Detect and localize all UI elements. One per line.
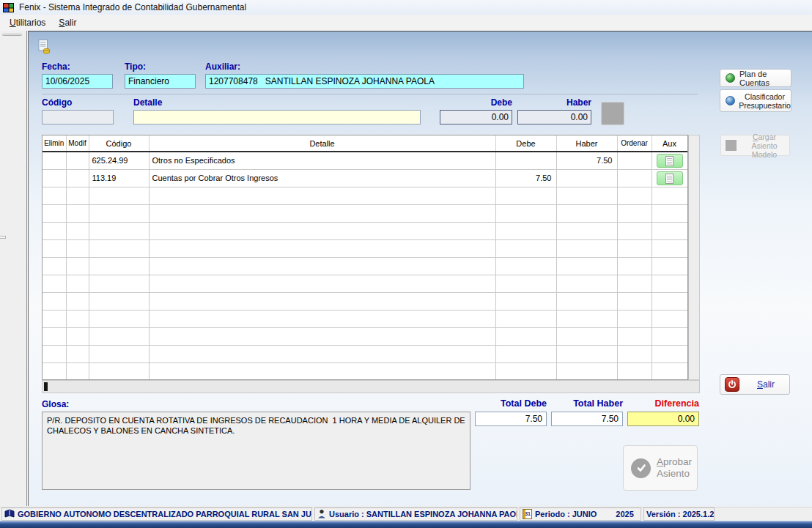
salir-label: Salir [742, 379, 789, 390]
haber-label: Haber [517, 97, 591, 108]
table-row[interactable]: 625.24.99Otros no Especificados7.50 [43, 152, 687, 169]
table-vertical-scrollbar[interactable] [688, 135, 700, 380]
table-row-empty[interactable] [43, 239, 687, 257]
left-side-panel [0, 31, 27, 506]
panel-splitter[interactable] [0, 236, 6, 239]
title-bar: Fenix - Sistema Integrado de Contabilida… [0, 0, 812, 15]
column-header-debe: Debe [495, 135, 556, 152]
auxiliar-label: Auxiliar: [205, 62, 240, 72]
table-row-empty[interactable] [43, 310, 687, 327]
gray-box-icon [726, 140, 737, 151]
table-row[interactable]: 113.19Cuentas por Cobrar Otros Ingresos7… [43, 169, 687, 187]
power-icon [725, 377, 739, 392]
diferencia-label: Diferencia [627, 398, 699, 409]
total-debe-field: 7.50 [475, 412, 547, 426]
status-period: 31 Periodo : JUNIO 2025 [520, 507, 641, 521]
menu-utilitarios[interactable]: Utilitarios [3, 15, 52, 30]
gray-square-button[interactable] [601, 102, 624, 125]
taskbar-edge [0, 521, 812, 528]
divider [42, 94, 698, 94]
tipo-label: Tipo: [125, 62, 146, 72]
codigo-label: Código [42, 97, 72, 108]
status-version: Versión : 2025.1.21 [643, 507, 715, 521]
total-debe-label: Total Debe [475, 398, 547, 409]
status-bar: GOBIERNO AUTONOMO DESCENTRALIZADO PARROQ… [0, 507, 812, 521]
cargar-asiento-modelo-button[interactable]: Cargar Asiento Modelo [720, 135, 790, 156]
table-row-empty[interactable] [43, 292, 687, 310]
table-horizontal-scrollbar[interactable] [42, 380, 700, 393]
menu-salir[interactable]: Salir [52, 15, 83, 30]
panel-grip[interactable] [2, 34, 22, 36]
plan-de-cuentas-label: Plan de Cuentas [739, 70, 791, 87]
aprobar-asiento-button[interactable]: Aprobar Asiento [623, 445, 698, 491]
column-header-modif: Modif [66, 135, 89, 152]
aux-button[interactable] [657, 154, 683, 168]
salir-button[interactable]: Salir [720, 374, 790, 395]
total-haber-label: Total Haber [551, 398, 623, 409]
status-user: Usuario : SANTILLAN ESPINOZA JOHANNA PAO… [314, 507, 517, 521]
glosa-label: Glosa: [42, 399, 69, 409]
aux-button[interactable] [657, 171, 683, 185]
detalle-input[interactable] [133, 110, 421, 124]
status-version-text: Versión : 2025.1.21 [646, 510, 715, 518]
aprobar-asiento-label: Aprobar Asiento [657, 456, 697, 480]
window-title: Fenix - Sistema Integrado de Contabilida… [19, 2, 246, 12]
status-period-year: 2025 [616, 510, 633, 518]
auxiliar-input[interactable]: 1207708478 SANTILLAN ESPINOZA JOHANNA PA… [205, 74, 524, 89]
app-icon [3, 2, 15, 13]
table-row-empty[interactable] [43, 257, 687, 275]
main-panel: Fecha: Tipo: Auxiliar: 10/06/2025 Financ… [28, 31, 812, 506]
table-row-empty[interactable] [43, 362, 687, 380]
fecha-input[interactable]: 10/06/2025 [42, 74, 113, 89]
report-icon[interactable] [35, 37, 53, 55]
clasificador-presupuestario-label: Clasificador Presupuestario [739, 92, 791, 110]
clasificador-presupuestario-button[interactable]: Clasificador Presupuestario [720, 89, 791, 112]
table-row-empty[interactable] [43, 204, 687, 222]
tipo-input[interactable]: Financiero [125, 74, 196, 89]
haber-input[interactable]: 0.00 [517, 110, 591, 124]
green-sphere-icon [726, 73, 735, 83]
glosa-textarea[interactable]: P/R. DEPOSITO EN CUENTA ROTATIVA DE INGR… [42, 412, 470, 490]
blue-sphere-icon [726, 96, 735, 105]
column-header-ordenar: Ordenar [617, 135, 652, 152]
table-row-empty[interactable] [43, 222, 687, 239]
total-haber-field: 7.50 [551, 412, 623, 426]
calendar-icon: 31 [523, 509, 532, 519]
status-period-text: Periodo : JUNIO [535, 510, 597, 518]
column-header-haber: Haber [556, 135, 617, 152]
column-header-elimin: Elimin [43, 135, 66, 152]
menu-bar: Utilitarios Salir [0, 15, 812, 31]
entries-table: Elimin Modif Código Detalle Debe Haber O… [42, 135, 688, 380]
check-icon [631, 458, 651, 478]
table-row-empty[interactable] [43, 275, 687, 292]
scrollbar-caret [44, 382, 48, 391]
cargar-asiento-modelo-label: Cargar Asiento Modelo [739, 133, 789, 159]
column-header-codigo: Código [89, 135, 149, 152]
app-window: Fenix - Sistema Integrado de Contabilida… [0, 0, 812, 528]
table-row-empty[interactable] [43, 345, 687, 362]
column-header-aux: Aux [652, 135, 687, 152]
column-header-detalle: Detalle [149, 135, 495, 152]
detalle-label: Detalle [133, 97, 162, 108]
plan-de-cuentas-button[interactable]: Plan de Cuentas [720, 69, 791, 87]
table-header-row: Elimin Modif Código Detalle Debe Haber O… [43, 135, 687, 152]
codigo-input[interactable] [42, 110, 114, 124]
table-row-empty[interactable] [43, 187, 687, 204]
table-row-empty[interactable] [43, 327, 687, 345]
user-icon [317, 509, 326, 520]
status-entity-text: GOBIERNO AUTONOMO DESCENTRALIZADO PARROQ… [18, 510, 312, 518]
diferencia-field: 0.00 [627, 412, 699, 426]
fecha-label: Fecha: [42, 62, 70, 72]
status-entity: GOBIERNO AUTONOMO DESCENTRALIZADO PARROQ… [1, 507, 312, 521]
book-icon [4, 509, 15, 520]
debe-input[interactable]: 0.00 [440, 110, 512, 124]
status-user-text: Usuario : SANTILLAN ESPINOZA JOHANNA PAO… [329, 510, 517, 518]
debe-label: Debe [440, 97, 512, 108]
